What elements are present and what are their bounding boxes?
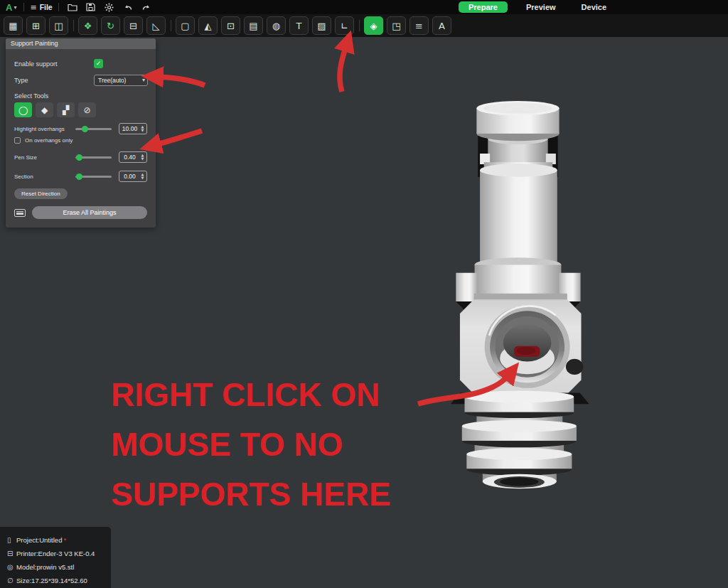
plate-settings-icon[interactable]: ▦	[4, 16, 23, 35]
slicer-app-window: A ▾ ≡ File Prepare Preview Device ▦ ⊞ ◫	[0, 0, 728, 588]
text-tool-icon[interactable]: T	[289, 16, 309, 35]
erase-all-paintings-button[interactable]: Erase All Paintings	[32, 206, 147, 219]
project-info-box: ▯ Project:Untitled * ⊟ Printer:Ender-3 V…	[0, 527, 111, 588]
slider-thumb[interactable]	[76, 173, 82, 180]
highlight-overhangs-value: 10.00	[119, 125, 140, 132]
project-value: Project:Untitled	[16, 536, 62, 544]
support-paint-icon[interactable]: ◈	[364, 16, 383, 35]
document-icon: ▯	[7, 536, 16, 544]
main-toolbar: ▦ ⊞ ◫ ❖ ↻ ⊟ ◺ ▢ ◭ ⊡ ▤ ◍ T ▨ ∟ ◈ ◳ ≡ A	[0, 14, 728, 37]
scale-icon[interactable]: ⊟	[124, 16, 143, 35]
section-slider[interactable]	[75, 173, 114, 181]
lay-on-face-icon[interactable]: ◺	[146, 16, 166, 35]
add-model-icon[interactable]: ⊞	[26, 16, 46, 35]
reset-direction-button[interactable]: Reset Direction	[14, 188, 68, 199]
file-menu[interactable]: File	[40, 3, 53, 11]
menu-bar: A ▾ ≡ File Prepare Preview Device	[0, 0, 728, 14]
keyboard-shortcuts-icon[interactable]	[14, 209, 26, 217]
project-row: ▯ Project:Untitled *	[7, 533, 104, 547]
cut-icon[interactable]: ◍	[267, 16, 286, 35]
divider	[23, 3, 24, 11]
measure-icon[interactable]: ∟	[335, 16, 354, 35]
rotate-icon[interactable]: ↻	[101, 16, 120, 35]
eraser-tool[interactable]: ⊘	[78, 102, 96, 117]
support-type-dropdown[interactable]: Tree(auto)	[94, 75, 148, 86]
divider	[73, 20, 74, 31]
spinner-arrows[interactable]: ▲▼	[140, 125, 146, 132]
seam-paint-icon[interactable]: ◳	[387, 16, 406, 35]
divider	[359, 20, 360, 31]
highlight-overhangs-slider[interactable]	[75, 125, 114, 133]
divider	[58, 3, 59, 11]
sphere-brush-tool[interactable]: ◯	[14, 102, 32, 117]
section-value: 0.00	[119, 173, 140, 180]
text-frame-icon[interactable]: A	[432, 16, 451, 35]
save-icon[interactable]	[83, 1, 99, 13]
model-icon: ◎	[7, 563, 16, 571]
mode-tabs: Prepare Preview Device	[459, 1, 614, 13]
settings-gear-icon[interactable]	[102, 1, 117, 13]
chevron-down-icon[interactable]: ▾	[14, 4, 16, 11]
annotation-line-2: MOUSE TO NO	[111, 419, 391, 469]
auto-arrange-icon[interactable]: ▢	[176, 16, 195, 35]
on-overhangs-only-checkbox[interactable]	[14, 137, 21, 144]
hamburger-menu-icon[interactable]: ≡	[30, 3, 36, 12]
enable-support-checkbox[interactable]: ✓	[94, 59, 103, 68]
viewport-canvas[interactable]: Support Painting Enable support ✓ Type T…	[0, 37, 728, 588]
spinner-arrows[interactable]: ▲▼	[140, 173, 146, 180]
annotation-text: RIGHT CLICK ON MOUSE TO NO SUPPORTS HERE	[111, 370, 391, 519]
panel-title[interactable]: Support Painting	[6, 38, 156, 49]
section-spinbox[interactable]: 0.00 ▲▼	[119, 171, 147, 182]
split-icon[interactable]: ▤	[244, 16, 263, 35]
model-value: Model:prowin v5.stl	[16, 563, 74, 571]
clone-icon[interactable]: ⊡	[221, 16, 240, 35]
printer-row: ⊟ Printer:Ender-3 V3 KE-0.4	[7, 547, 104, 560]
mirror-icon[interactable]: ◭	[198, 16, 218, 35]
tab-preview[interactable]: Preview	[519, 1, 563, 13]
gap-fill-tool[interactable]: ▞	[57, 102, 75, 117]
undo-icon[interactable]	[120, 1, 136, 13]
pen-size-value: 0.40	[119, 154, 140, 161]
annotation-line-1: RIGHT CLICK ON	[111, 370, 391, 419]
pen-size-slider[interactable]	[75, 154, 114, 161]
section-label: Section	[14, 173, 71, 180]
pen-size-spinbox[interactable]: 0.40 ▲▼	[119, 151, 147, 163]
slider-thumb[interactable]	[76, 154, 82, 161]
tool-buttons: ◯ ◆ ▞ ⊘	[14, 102, 147, 117]
open-folder-icon[interactable]	[65, 1, 80, 13]
highlight-overhangs-label: Highlight overhangs	[14, 126, 71, 132]
type-label: Type	[14, 77, 94, 84]
highlight-overhangs-spinbox[interactable]: 10.00 ▲▼	[119, 123, 147, 134]
size-row: ∅ Size:17.25*39.14*52.60	[7, 574, 104, 587]
support-painting-panel: Support Painting Enable support ✓ Type T…	[6, 38, 156, 228]
unsaved-indicator: *	[63, 536, 66, 544]
spinner-arrows[interactable]: ▲▼	[140, 154, 146, 161]
slider-track	[75, 128, 112, 130]
on-overhangs-only-label: On overhangs only	[25, 137, 73, 144]
fill-bucket-tool[interactable]: ◆	[36, 102, 53, 117]
redo-icon[interactable]	[139, 1, 154, 13]
layers-icon[interactable]: ≡	[410, 16, 429, 35]
enable-support-label: Enable support	[14, 60, 94, 68]
pen-size-label: Pen Size	[14, 154, 71, 161]
size-value: Size:17.25*39.14*52.60	[16, 577, 87, 584]
app-logo[interactable]: A	[6, 2, 11, 13]
pattern-paint-icon[interactable]: ▨	[312, 16, 331, 35]
tab-device[interactable]: Device	[574, 1, 614, 13]
model-row: ◎ Model:prowin v5.stl	[7, 560, 104, 574]
add-plate-icon[interactable]: ◫	[49, 16, 68, 35]
annotation-line-3: SUPPORTS HERE	[111, 469, 391, 519]
printer-icon: ⊟	[7, 550, 16, 557]
slider-thumb[interactable]	[82, 126, 88, 132]
select-tools-label: Select Tools	[14, 92, 147, 100]
printer-value: Printer:Ender-3 V3 KE-0.4	[16, 550, 95, 557]
tab-prepare[interactable]: Prepare	[459, 1, 508, 13]
size-icon: ∅	[7, 577, 16, 584]
move-icon[interactable]: ❖	[78, 16, 97, 35]
divider	[171, 20, 171, 31]
